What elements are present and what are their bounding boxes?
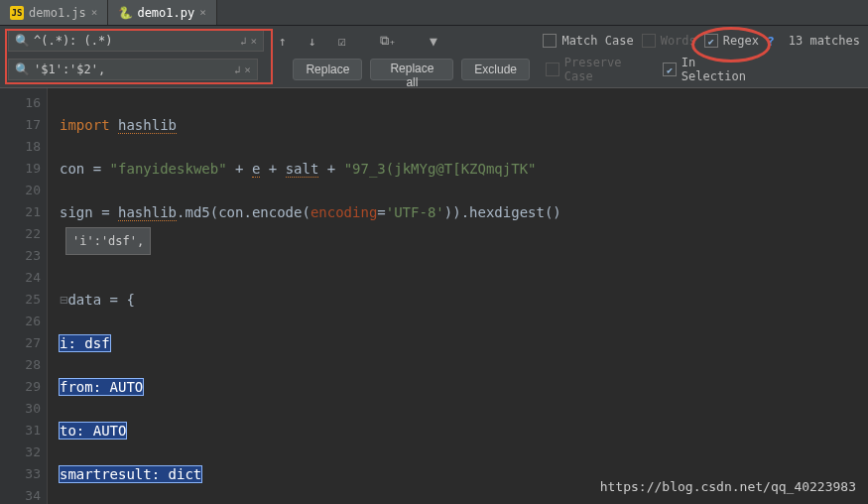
search-icon: 🔍 <box>15 34 30 48</box>
prev-icon[interactable]: ↑ <box>272 30 294 52</box>
code-line: con = "fanyideskweb" + e + salt + "97_3(… <box>60 158 868 180</box>
replace-input-box[interactable]: 🔍 ↲ × <box>8 59 258 80</box>
next-icon[interactable]: ↓ <box>302 30 323 52</box>
search-icon: 🔍 <box>15 63 30 76</box>
replace-button[interactable]: Replace <box>293 59 362 80</box>
replace-input[interactable] <box>34 63 230 76</box>
code-line: i: dsf <box>60 332 868 354</box>
clear-icon[interactable]: × <box>250 35 257 48</box>
words-checkbox[interactable]: Words <box>642 34 696 48</box>
tab-label: demo1.py <box>137 6 194 20</box>
select-all-icon[interactable]: ☑ <box>331 30 353 52</box>
exclude-button[interactable]: Exclude <box>461 59 530 80</box>
watermark: https://blog.csdn.net/qq_40223983 <box>600 479 856 494</box>
filter-icon[interactable]: ▼ <box>423 30 444 52</box>
tab-demo1-py[interactable]: 🐍 demo1.py × <box>108 0 216 25</box>
newline-icon[interactable]: ↲ <box>240 35 247 48</box>
match-case-checkbox[interactable]: Match Case <box>543 34 633 48</box>
regex-help-icon[interactable]: ? <box>767 34 775 49</box>
match-count: 13 matches <box>789 34 860 48</box>
js-icon: JS <box>10 6 24 20</box>
code-editor[interactable]: 1617 1819 2021 2223 2425 2627 2829 3031 … <box>0 88 868 504</box>
search-input-box[interactable]: 🔍 ↲ × <box>8 30 264 52</box>
add-selection-icon[interactable]: ⧉₊ <box>377 30 399 52</box>
code-line: sign = hashlib.md5(con.encode(encoding='… <box>60 201 868 223</box>
newline-icon[interactable]: ↲ <box>234 63 241 76</box>
close-icon[interactable]: × <box>91 6 98 19</box>
replace-preview-tooltip: 'i':'dsf', <box>65 227 151 255</box>
code-line: ⊟data = { <box>60 289 868 311</box>
code-area[interactable]: import hashlib con = "fanyideskweb" + e … <box>48 88 868 504</box>
editor-tabs: JS demo1.js × 🐍 demo1.py × <box>0 0 868 26</box>
tab-label: demo1.js <box>29 6 86 20</box>
find-replace-bar: 🔍 ↲ × ↑ ↓ ☑ ⧉₊ ▼ Match Case Words ✔Regex… <box>0 26 868 88</box>
python-icon: 🐍 <box>118 6 132 20</box>
code-line: import hashlib <box>60 114 868 136</box>
close-icon[interactable]: × <box>199 6 206 19</box>
code-line: to: AUTO <box>60 420 868 441</box>
search-input[interactable] <box>34 34 236 48</box>
in-selection-checkbox[interactable]: ✔In Selection <box>663 56 765 83</box>
clear-icon[interactable]: × <box>244 63 251 76</box>
tab-demo1-js[interactable]: JS demo1.js × <box>0 0 108 25</box>
replace-all-button[interactable]: Replace all <box>370 59 453 80</box>
preserve-case-checkbox[interactable]: Preserve Case <box>546 56 655 83</box>
line-gutter: 1617 1819 2021 2223 2425 2627 2829 3031 … <box>0 88 48 504</box>
regex-checkbox[interactable]: ✔Regex <box>704 34 759 48</box>
code-line: from: AUTO <box>60 376 868 398</box>
